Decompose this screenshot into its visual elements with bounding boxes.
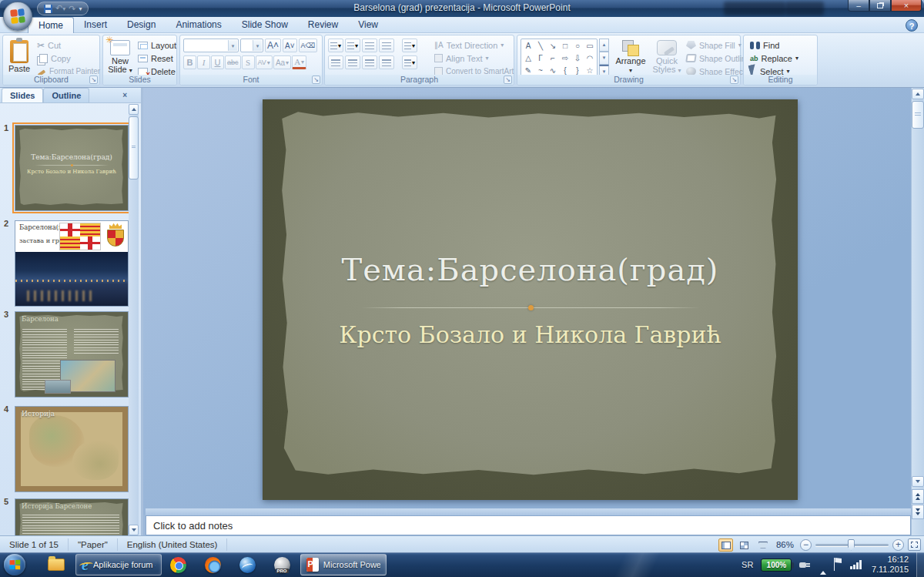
paragraph-dialog-launcher[interactable]: ↘ (504, 75, 512, 84)
tab-review[interactable]: Review (298, 17, 348, 33)
grow-font-button[interactable]: A˄ (265, 39, 281, 52)
shapes-gallery[interactable]: A╲↘□○▭△Γ⌐⇨⇩◠✎~∿{}☆ (521, 39, 598, 79)
close-panel-icon[interactable]: × (122, 91, 127, 99)
normal-view-button[interactable] (718, 538, 733, 552)
zoom-level[interactable]: 86% (774, 540, 796, 549)
tab-design[interactable]: Design (117, 17, 166, 33)
shape-icon[interactable]: △ (522, 52, 534, 65)
shape-icon[interactable]: ○ (571, 40, 584, 52)
slideshow-view-button[interactable] (755, 538, 770, 552)
shape-icon[interactable]: ▭ (584, 40, 596, 52)
taskbar-google-earth-button[interactable] (236, 555, 259, 575)
scroll-up-button[interactable] (912, 89, 924, 99)
scroll-thumb[interactable] (912, 101, 924, 129)
slide-thumbnail-2[interactable]: Барселона(град) застава и грб (15, 220, 129, 307)
clear-formatting-button[interactable]: A⌫ (299, 39, 318, 52)
shape-icon[interactable]: ◠ (584, 52, 596, 65)
taskbar-explorer-button[interactable] (45, 555, 68, 575)
slide-canvas[interactable]: Тема:Барселона(град) Крсто Бозало и Нико… (263, 99, 798, 500)
tab-slides-thumbnails[interactable]: Slides (2, 88, 43, 102)
redo-button[interactable]: ↷ (69, 3, 75, 14)
slide-thumbnail-3[interactable]: Барселона (15, 311, 129, 398)
minimize-button[interactable]: – (848, 0, 869, 12)
customize-qat-button[interactable]: ▾ (79, 2, 82, 15)
shape-icon[interactable]: □ (559, 40, 571, 52)
find-button[interactable]: Find (750, 39, 779, 52)
slide-subtitle[interactable]: Крсто Бозало и Никола Гаврић (263, 321, 798, 348)
line-spacing-button[interactable]: ▾ (402, 39, 417, 52)
scroll-down-button[interactable] (912, 476, 924, 487)
quick-styles-button[interactable]: QuickStyles ▾ (650, 36, 684, 75)
next-slide-button[interactable] (912, 505, 924, 519)
copy-button[interactable]: Copy (37, 52, 71, 65)
font-dialog-launcher[interactable]: ↘ (312, 75, 320, 84)
battery-indicator[interactable]: 100% (761, 559, 792, 572)
align-right-button[interactable] (362, 55, 377, 69)
slide-thumbnail-5[interactable]: Историја Барселоне (15, 498, 129, 535)
paste-button[interactable]: Paste (5, 36, 34, 75)
show-hidden-icons-button[interactable] (820, 558, 826, 572)
taskbar-ie-window-button[interactable]: e Aplikacije forum -... (75, 554, 162, 575)
character-spacing-button[interactable]: AV▾ (256, 55, 273, 69)
italic-button[interactable]: I (197, 55, 210, 69)
previous-slide-button[interactable] (912, 489, 924, 504)
columns-button[interactable]: ▾ (402, 55, 417, 69)
panel-scroll-thumb[interactable] (129, 116, 139, 179)
tab-view[interactable]: View (348, 17, 388, 33)
shape-icon[interactable]: ⇩ (571, 52, 584, 65)
arrange-button[interactable]: Arrange▾ (613, 36, 648, 75)
start-button[interactable] (4, 554, 25, 575)
main-scrollbar[interactable] (911, 88, 924, 535)
help-button[interactable]: ? (906, 19, 918, 32)
save-button[interactable] (44, 5, 52, 13)
taskbar-chrome-button[interactable] (166, 555, 189, 575)
taskbar-firefox-button[interactable] (201, 555, 224, 575)
zoom-slider[interactable] (815, 544, 889, 546)
shrink-font-button[interactable]: A˅ (283, 39, 297, 52)
justify-button[interactable] (379, 55, 394, 69)
close-button[interactable]: × (891, 0, 922, 12)
tab-slide-show[interactable]: Slide Show (232, 17, 298, 33)
slide-title[interactable]: Тема:Барселона(град) (263, 252, 798, 287)
font-size-combo[interactable]: ▾ (240, 39, 263, 52)
fit-to-window-button[interactable] (908, 538, 921, 551)
bold-button[interactable]: B (183, 55, 196, 69)
restore-button[interactable] (869, 0, 891, 12)
shape-icon[interactable]: Γ (534, 52, 547, 65)
strikethrough-button[interactable]: abc (225, 55, 241, 69)
notes-splitter[interactable] (146, 508, 911, 515)
font-color-button[interactable]: A▾ (292, 55, 306, 69)
tab-animations[interactable]: Animations (166, 17, 231, 33)
shape-icon[interactable]: ╲ (534, 40, 547, 52)
slide-thumbnail-4[interactable]: Историја (15, 406, 129, 492)
drawing-dialog-launcher[interactable]: ↘ (730, 75, 738, 84)
gallery-up-button[interactable]: ▲ (599, 39, 609, 52)
text-direction-button[interactable]: ∥A Text Direction▾ (434, 39, 504, 52)
numbering-button[interactable]: ▾ (345, 39, 360, 52)
undo-button[interactable]: ↶▾ (55, 2, 65, 15)
align-left-button[interactable] (328, 55, 343, 69)
panel-scroll-up-button[interactable] (129, 104, 139, 115)
action-center-button[interactable] (834, 558, 835, 572)
language-indicator[interactable]: SR (734, 560, 761, 569)
tab-insert[interactable]: Insert (74, 17, 117, 33)
shape-icon[interactable]: A (522, 40, 534, 52)
panel-scrollbar[interactable] (129, 104, 139, 535)
decrease-indent-button[interactable] (362, 39, 377, 52)
clipboard-dialog-launcher[interactable]: ↘ (89, 75, 98, 84)
align-center-button[interactable] (345, 55, 360, 69)
taskbar-powerpoint-window-button[interactable]: Microsoft PowerP... (300, 554, 387, 575)
zoom-out-button[interactable]: − (800, 539, 812, 551)
align-text-button[interactable]: Align Text▾ (434, 52, 489, 65)
reset-button[interactable]: Reset (138, 52, 173, 65)
office-button[interactable] (3, 2, 32, 31)
show-desktop-button[interactable] (916, 552, 924, 577)
cut-button[interactable]: ✂ Cut (37, 39, 61, 52)
shape-fill-button[interactable]: Shape Fill▾ (686, 39, 742, 52)
zoom-slider-thumb[interactable] (848, 539, 855, 551)
language-status[interactable]: English (United States) (118, 538, 228, 551)
change-case-button[interactable]: Aa▾ (273, 55, 291, 69)
taskbar-sketchup-button[interactable]: PRO (270, 555, 293, 575)
panel-scroll-down-button[interactable] (129, 525, 139, 535)
network-button[interactable] (850, 560, 862, 569)
